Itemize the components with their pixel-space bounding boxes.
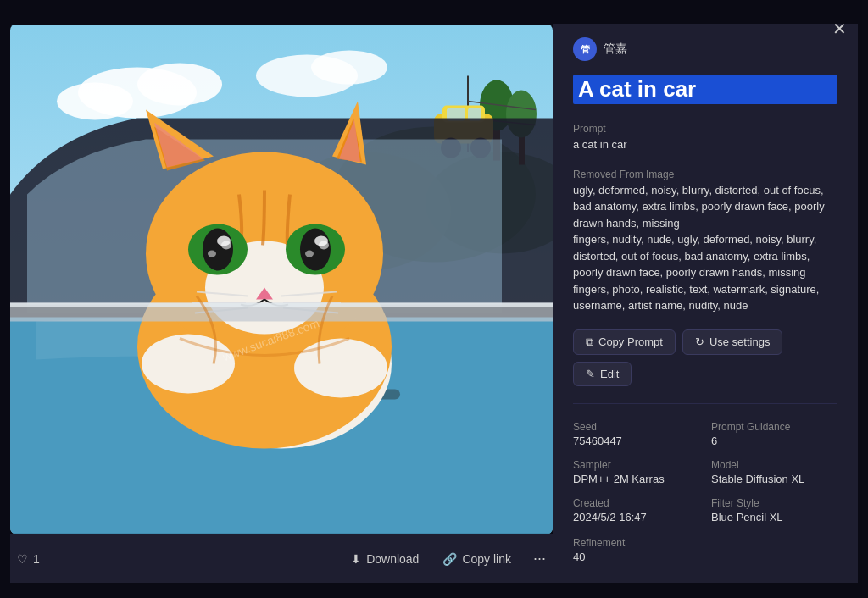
prompt-value: a cat in car <box>573 136 837 153</box>
copy-prompt-label: Copy Prompt <box>598 335 663 348</box>
removed-label: Removed From Image <box>573 169 837 180</box>
svg-point-45 <box>319 241 329 250</box>
svg-point-42 <box>208 251 216 257</box>
modal-content: www.sucai888.com ♡ 1 ⬇ Download 🔗 Copy l <box>10 24 858 583</box>
download-icon: ⬇ <box>351 552 361 566</box>
download-button[interactable]: ⬇ Download <box>342 547 427 571</box>
more-button[interactable]: ··· <box>526 545 553 573</box>
heart-icon: ♡ <box>17 552 28 566</box>
removed-section: Removed From Image ugly, deformed, noisy… <box>573 163 837 314</box>
sampler-item: Sampler DPM++ 2M Karras <box>573 459 699 485</box>
info-panel: 管 管嘉 A cat in car Prompt a cat in car Re… <box>553 24 858 583</box>
model-item: Model Stable Diffusion XL <box>711 459 837 485</box>
filter-style-item: Filter Style Blue Pencil XL <box>711 497 837 523</box>
like-count: 1 <box>33 552 40 566</box>
created-value: 2024/5/2 16:47 <box>573 511 699 523</box>
prompt-guidance-label: Prompt Guidance <box>711 421 837 433</box>
seed-item: Seed 75460447 <box>573 421 699 447</box>
copy-prompt-icon: ⧉ <box>586 335 593 349</box>
sampler-label: Sampler <box>573 459 699 471</box>
created-label: Created <box>573 497 699 509</box>
model-label: Model <box>711 459 837 471</box>
use-settings-icon: ↻ <box>695 335 704 348</box>
edit-icon: ✎ <box>586 368 595 380</box>
refinement-label: Refinement <box>573 537 837 549</box>
removed-value: ugly, deformed, noisy, blurry, distorted… <box>573 182 837 314</box>
prompt-guidance-item: Prompt Guidance 6 <box>711 421 837 447</box>
seed-value: 75460447 <box>573 435 699 447</box>
like-button[interactable]: ♡ 1 <box>10 547 47 571</box>
image-footer: ♡ 1 ⬇ Download 🔗 Copy link ··· <box>10 534 553 583</box>
edit-label: Edit <box>600 368 619 380</box>
sampler-value: DPM++ 2M Karras <box>573 473 699 485</box>
model-value: Stable Diffusion XL <box>711 473 837 485</box>
prompt-label: Prompt <box>573 123 837 135</box>
username-label: 管嘉 <box>604 42 627 57</box>
avatar: 管 <box>573 37 597 61</box>
user-row: 管 管嘉 <box>573 37 837 61</box>
prompt-section: Prompt a cat in car <box>573 118 837 153</box>
svg-point-44 <box>221 241 231 250</box>
cat-image: www.sucai888.com <box>10 24 553 534</box>
svg-point-43 <box>305 251 314 257</box>
svg-point-39 <box>300 229 331 271</box>
image-panel: www.sucai888.com ♡ 1 ⬇ Download 🔗 Copy l <box>10 24 553 583</box>
filter-style-value: Blue Pencil XL <box>711 511 837 523</box>
more-icon: ··· <box>533 550 546 567</box>
use-settings-label: Use settings <box>709 335 771 348</box>
use-settings-button[interactable]: ↻ Use settings <box>682 329 783 355</box>
refinement-item: Refinement 40 <box>573 537 837 563</box>
svg-rect-62 <box>10 303 553 307</box>
copy-link-button[interactable]: 🔗 Copy link <box>434 547 520 571</box>
meta-grid: Seed 75460447 Prompt Guidance 6 Sampler … <box>573 421 837 523</box>
divider <box>573 403 837 404</box>
svg-point-60 <box>344 346 371 366</box>
svg-point-2 <box>137 64 222 106</box>
action-buttons: ⧉ Copy Prompt ↻ Use settings ✎ Edit <box>573 329 837 386</box>
seed-label: Seed <box>573 421 699 433</box>
copy-link-icon: 🔗 <box>442 552 457 566</box>
image-title: A cat in car <box>573 75 837 104</box>
created-item: Created 2024/5/2 16:47 <box>573 497 699 523</box>
close-icon: ✕ <box>832 19 847 39</box>
svg-point-5 <box>311 51 387 85</box>
svg-point-38 <box>203 229 233 271</box>
close-button[interactable]: ✕ <box>826 15 853 42</box>
filter-style-label: Filter Style <box>711 497 837 509</box>
svg-point-3 <box>57 83 133 120</box>
copy-prompt-button[interactable]: ⧉ Copy Prompt <box>573 329 676 355</box>
modal-overlay: ✕ <box>0 0 868 598</box>
image-container: www.sucai888.com <box>10 24 553 534</box>
refinement-value: 40 <box>573 551 837 563</box>
prompt-guidance-value: 6 <box>711 435 837 447</box>
edit-button[interactable]: ✎ Edit <box>573 362 632 386</box>
footer-actions: ⬇ Download 🔗 Copy link ··· <box>342 545 553 573</box>
copy-link-label: Copy link <box>462 552 511 566</box>
download-label: Download <box>366 552 419 566</box>
